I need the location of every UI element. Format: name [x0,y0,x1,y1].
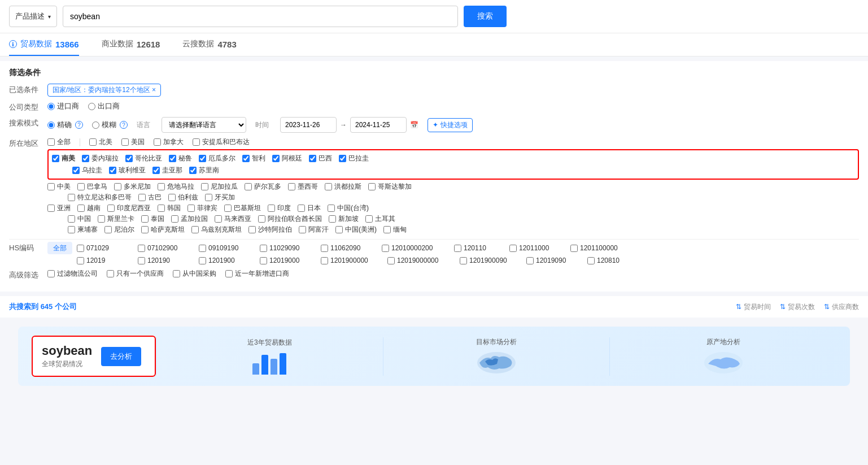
region-usa[interactable]: 美国 [121,137,145,147]
region-vietnam[interactable]: 越南 [77,203,101,213]
region-chile[interactable]: 智利 [242,154,265,163]
new-importers-checkbox[interactable] [225,270,233,277]
region-indonesia[interactable]: 印度尼西亚 [107,203,151,213]
el-salvador-checkbox[interactable] [245,183,252,190]
tab-business-data[interactable]: 商业数据 12618 [102,33,160,56]
fuzzy-radio[interactable] [92,121,99,129]
region-korea[interactable]: 韩国 [158,203,181,213]
suriname-checkbox[interactable] [189,167,197,174]
hs-07102900[interactable]: 07102900 [138,244,194,252]
region-bangladesh[interactable]: 孟加拉国 [171,214,208,224]
hs-all-button[interactable]: 全部 [47,242,72,254]
china-purchase-checkbox[interactable] [173,270,180,277]
promo-trade-data[interactable]: 近3年贸易数据 [156,337,383,376]
guyana-checkbox[interactable] [152,167,160,174]
guatemala-checkbox[interactable] [158,183,165,190]
hs-1201100000[interactable]: 1201100000 [570,244,633,252]
region-uae[interactable]: 阿拉伯联合酋长国 [258,214,322,224]
region-suriname[interactable]: 苏里南 [189,166,219,175]
thailand-checkbox[interactable] [141,215,149,223]
region-honduras[interactable]: 洪都拉斯 [325,182,361,192]
hs-120190[interactable]: 120190 [138,257,194,264]
china-americas-checkbox[interactable] [335,226,343,233]
afghanistan-checkbox[interactable] [299,226,306,233]
hs-07102900-checkbox[interactable] [138,245,145,252]
brazil-checkbox[interactable] [309,155,316,162]
antigua-checkbox[interactable] [193,138,200,146]
region-thailand[interactable]: 泰国 [141,214,164,224]
region-central-america[interactable]: 中美 [47,182,71,192]
uruguay-checkbox[interactable] [72,167,80,174]
region-uruguay[interactable]: 乌拉圭 [72,166,102,175]
indonesia-checkbox[interactable] [107,205,115,212]
selected-region-tag[interactable]: 国家/地区：委内瑞拉等12个地区 × [47,84,161,97]
quick-options-button[interactable]: ✦ 快捷选项 [428,118,473,132]
region-uzbekistan[interactable]: 乌兹别克斯坦 [191,225,242,234]
south-america-checkbox[interactable] [52,155,59,162]
region-dominica[interactable]: 多米尼加 [114,182,151,192]
exact-radio[interactable] [47,121,55,129]
region-china[interactable]: 中国 [68,214,91,224]
region-el-salvador[interactable]: 萨尔瓦多 [245,182,281,192]
promo-origin-analysis[interactable]: 原产地分析 [609,337,836,376]
malaysia-checkbox[interactable] [215,215,222,223]
region-saudi[interactable]: 沙特阿拉伯 [248,225,292,234]
hs-12019000000-checkbox[interactable] [387,257,395,264]
hs-12019-checkbox[interactable] [77,257,84,264]
region-peru[interactable]: 秘鲁 [169,154,192,163]
cambodia-checkbox[interactable] [68,226,75,233]
region-philippines[interactable]: 菲律宾 [187,203,217,213]
region-all-checkbox[interactable] [47,138,55,146]
honduras-checkbox[interactable] [325,183,332,190]
hs-12011000-checkbox[interactable] [509,245,517,252]
hs-12019000[interactable]: 12019000 [260,257,316,264]
hs-120110[interactable]: 120110 [454,244,505,252]
adv-new-importers[interactable]: 近一年新增进口商 [225,269,289,279]
central-america-checkbox[interactable] [47,183,55,190]
logistics-checkbox[interactable] [47,270,55,277]
hs-09109190[interactable]: 09109190 [199,244,255,252]
product-type-select[interactable]: 产品描述 ▾ [9,6,57,27]
panama-checkbox[interactable] [77,183,85,190]
region-taiwan[interactable]: 中国(台湾) [328,203,369,213]
region-bolivia[interactable]: 玻利维亚 [109,166,146,175]
japan-checkbox[interactable] [298,205,305,212]
hs-120810-checkbox[interactable] [587,257,595,264]
region-japan[interactable]: 日本 [298,203,321,213]
usa-checkbox[interactable] [121,138,129,146]
tab-trade-data[interactable]: ℹ 贸易数据 13866 [9,33,79,56]
hs-120810[interactable]: 120810 [587,257,638,264]
myanmar-checkbox[interactable] [383,226,391,233]
uzbekistan-checkbox[interactable] [191,226,199,233]
region-asia[interactable]: 亚洲 [47,203,71,213]
canada-checkbox[interactable] [154,138,161,146]
hs-12019090[interactable]: 12019090 [526,257,583,264]
search-input[interactable] [63,6,458,27]
single-supplier-checkbox[interactable] [107,270,114,277]
sort-trade-time[interactable]: ⇅ 贸易时间 [736,302,771,312]
date-start-input[interactable] [280,117,337,133]
hs-1201900[interactable]: 1201900 [199,257,255,264]
exporter-radio[interactable] [88,103,95,110]
hs-071029-checkbox[interactable] [77,245,84,252]
hs-12019090-checkbox[interactable] [526,257,534,264]
vietnam-checkbox[interactable] [77,205,85,212]
paraguay-checkbox[interactable] [339,155,346,162]
region-jamaica[interactable]: 牙买加 [205,193,235,202]
region-mexico[interactable]: 墨西哥 [288,182,318,192]
region-sri-lanka[interactable]: 斯里兰卡 [98,214,134,224]
argentina-checkbox[interactable] [272,155,280,162]
hs-12019000-checkbox[interactable] [260,257,267,264]
china-checkbox[interactable] [68,215,75,223]
taiwan-checkbox[interactable] [328,205,335,212]
region-brazil[interactable]: 巴西 [309,154,332,163]
region-kazakhstan[interactable]: 哈萨克斯坦 [141,225,185,234]
bolivia-checkbox[interactable] [109,167,116,174]
region-south-america[interactable]: 南美 [52,154,75,163]
adv-single-supplier[interactable]: 只有一个供应商 [107,269,164,279]
kazakhstan-checkbox[interactable] [141,226,149,233]
search-button[interactable]: 搜索 [464,6,507,27]
region-nicaragua[interactable]: 尼加拉瓜 [201,182,238,192]
lang-select[interactable]: 请选择翻译语言 [162,117,246,133]
hs-12010000200[interactable]: 12010000200 [382,244,450,252]
